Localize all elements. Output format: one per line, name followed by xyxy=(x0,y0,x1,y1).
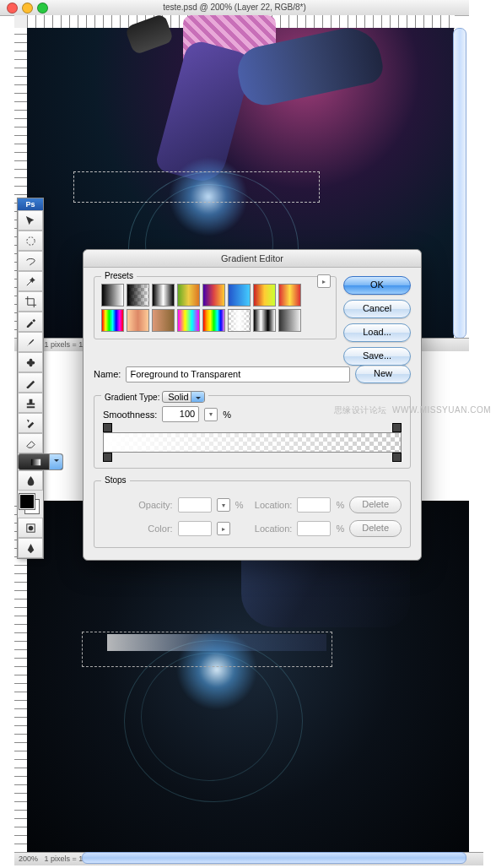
dialog-title[interactable]: Gradient Editor xyxy=(84,250,421,268)
smoothness-label: Smoothness: xyxy=(103,410,157,420)
brush-tool-icon[interactable] xyxy=(18,332,43,352)
smoothness-stepper-icon[interactable]: ▾ xyxy=(204,408,218,421)
gradient-preset[interactable] xyxy=(253,284,276,307)
percent-label: % xyxy=(336,500,344,510)
gradient-preset[interactable] xyxy=(253,309,276,332)
svg-point-5 xyxy=(28,525,33,530)
gradient-tool-icon[interactable] xyxy=(18,453,63,470)
percent-label: % xyxy=(235,500,244,510)
name-field[interactable]: Foreground to Transparent xyxy=(126,366,350,382)
stops-group: Stops Opacity: ▾ % Location: % Delete Co… xyxy=(94,480,411,548)
save-button[interactable]: Save... xyxy=(343,347,411,366)
color-stop[interactable] xyxy=(392,453,402,462)
type-label: Gradient Type: xyxy=(105,393,159,402)
gradient-preset[interactable] xyxy=(278,309,301,332)
gradient-preset[interactable] xyxy=(278,284,301,307)
traffic-lights xyxy=(7,3,48,14)
gradient-preset[interactable] xyxy=(101,284,124,307)
minimize-icon[interactable] xyxy=(22,3,33,14)
svg-point-0 xyxy=(26,236,34,244)
ok-button[interactable]: OK xyxy=(343,276,411,295)
opacity-stepper-icon[interactable]: ▾ xyxy=(217,498,230,512)
tools-panel[interactable]: Ps xyxy=(17,198,44,559)
marquee-tool-icon[interactable] xyxy=(18,231,43,251)
location-field[interactable] xyxy=(297,497,331,513)
scrollbar-vertical[interactable] xyxy=(453,28,466,339)
smoothness-field[interactable]: 100 xyxy=(162,406,199,422)
svg-rect-2 xyxy=(29,358,32,366)
opacity-stop[interactable] xyxy=(392,423,402,432)
pen-tool-icon[interactable] xyxy=(18,538,43,558)
new-button[interactable]: New xyxy=(355,365,411,383)
selection-marquee[interactable] xyxy=(82,632,332,667)
percent-label: % xyxy=(223,410,231,420)
dialog-buttons: OK Cancel Load... Save... xyxy=(343,276,411,366)
healing-tool-icon[interactable] xyxy=(18,352,43,372)
opacity-field[interactable] xyxy=(178,497,212,513)
history-brush-icon[interactable] xyxy=(18,413,43,433)
gradient-preset[interactable] xyxy=(127,309,149,332)
load-button[interactable]: Load... xyxy=(343,323,411,342)
eraser-tool-icon[interactable] xyxy=(18,433,43,453)
gradient-preset[interactable] xyxy=(228,309,251,332)
gradient-preset[interactable] xyxy=(202,284,225,307)
foreground-swatch[interactable] xyxy=(19,494,35,509)
gradient-bar[interactable] xyxy=(103,432,402,453)
scrollbar-horizontal[interactable] xyxy=(82,852,466,864)
crop-tool-icon[interactable] xyxy=(18,291,43,312)
watermark: 思缘设计论坛 WWW.MISSYUAN.COM xyxy=(334,404,491,416)
ruler-corner xyxy=(14,15,28,29)
opacity-stop[interactable] xyxy=(103,423,112,432)
stamp-tool-icon[interactable] xyxy=(18,393,43,413)
delete-button[interactable]: Delete xyxy=(349,520,402,537)
zoom-level[interactable]: 200% xyxy=(19,854,38,863)
close-icon[interactable] xyxy=(7,3,18,14)
color-stop[interactable] xyxy=(103,453,112,462)
titlebar[interactable]: teste.psd @ 200% (Layer 22, RGB/8*) xyxy=(0,0,469,16)
gradient-preset[interactable] xyxy=(127,284,149,307)
preset-grid xyxy=(101,284,316,332)
opacity-label: Opacity: xyxy=(129,500,173,510)
gradient-preset[interactable] xyxy=(177,284,200,307)
tools-header: Ps xyxy=(18,198,43,210)
location-label: Location: xyxy=(248,500,292,510)
percent-label: % xyxy=(336,524,344,534)
color-swatches[interactable] xyxy=(18,492,41,516)
gradient-preset[interactable] xyxy=(152,309,175,332)
window-title: teste.psd @ 200% (Layer 22, RGB/8*) xyxy=(163,3,306,12)
cancel-button[interactable]: Cancel xyxy=(343,300,411,318)
delete-button[interactable]: Delete xyxy=(349,496,402,513)
location-label: Location: xyxy=(248,524,292,534)
gradient-preset[interactable] xyxy=(177,309,200,332)
blur-tool-icon[interactable] xyxy=(18,470,43,491)
presets-label: Presets xyxy=(101,271,137,280)
quickmask-icon[interactable] xyxy=(18,518,43,538)
status-bar: 200% 1 pixels = 1.0000 pi xyxy=(14,852,483,865)
move-tool-icon[interactable] xyxy=(18,210,43,231)
gradient-preset[interactable] xyxy=(228,284,251,307)
wand-tool-icon[interactable] xyxy=(18,271,43,291)
name-label: Name: xyxy=(94,369,121,379)
svg-rect-3 xyxy=(30,458,40,465)
location-field[interactable] xyxy=(297,521,331,536)
type-select[interactable]: Solid xyxy=(162,391,204,403)
gradient-preset[interactable] xyxy=(101,309,124,332)
presets-menu-icon[interactable]: ▸ xyxy=(317,274,331,288)
color-field[interactable] xyxy=(178,521,212,536)
color-label: Color: xyxy=(129,524,173,534)
selection-marquee[interactable] xyxy=(73,171,320,203)
stops-label: Stops xyxy=(101,475,130,485)
presets-group: Presets ▸ xyxy=(94,276,337,339)
pencil-tool-icon[interactable] xyxy=(18,372,43,393)
gradient-preset[interactable] xyxy=(152,284,175,307)
lasso-tool-icon[interactable] xyxy=(18,251,43,271)
zoom-icon[interactable] xyxy=(37,3,48,14)
eyedropper-tool-icon[interactable] xyxy=(18,312,43,332)
gradient-preset[interactable] xyxy=(202,309,225,332)
color-picker-icon[interactable]: ▸ xyxy=(217,522,230,535)
